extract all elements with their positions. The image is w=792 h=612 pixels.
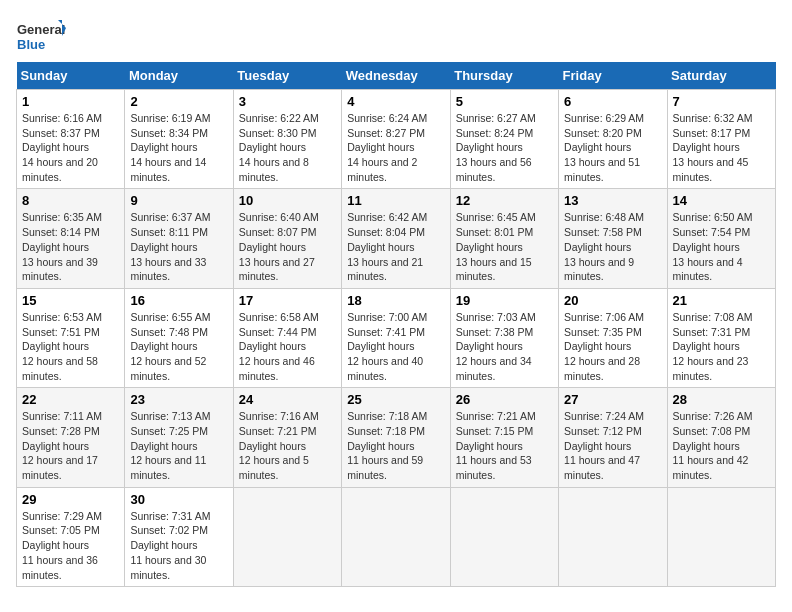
day-info: Sunrise: 6:27 AM Sunset: 8:24 PM Dayligh…: [456, 111, 553, 184]
day-number: 29: [22, 492, 119, 507]
day-number: 17: [239, 293, 336, 308]
weekday-header-monday: Monday: [125, 62, 233, 90]
day-info: Sunrise: 6:24 AM Sunset: 8:27 PM Dayligh…: [347, 111, 444, 184]
weekday-header-sunday: Sunday: [17, 62, 125, 90]
calendar-cell: 9 Sunrise: 6:37 AM Sunset: 8:11 PM Dayli…: [125, 189, 233, 288]
calendar-cell: 23 Sunrise: 7:13 AM Sunset: 7:25 PM Dayl…: [125, 388, 233, 487]
day-info: Sunrise: 6:45 AM Sunset: 8:01 PM Dayligh…: [456, 210, 553, 283]
calendar-cell: 28 Sunrise: 7:26 AM Sunset: 7:08 PM Dayl…: [667, 388, 775, 487]
calendar-cell: 6 Sunrise: 6:29 AM Sunset: 8:20 PM Dayli…: [559, 90, 667, 189]
day-info: Sunrise: 7:21 AM Sunset: 7:15 PM Dayligh…: [456, 409, 553, 482]
day-number: 4: [347, 94, 444, 109]
day-number: 26: [456, 392, 553, 407]
day-number: 25: [347, 392, 444, 407]
calendar-cell: 8 Sunrise: 6:35 AM Sunset: 8:14 PM Dayli…: [17, 189, 125, 288]
calendar-cell: 30 Sunrise: 7:31 AM Sunset: 7:02 PM Dayl…: [125, 487, 233, 586]
day-number: 2: [130, 94, 227, 109]
day-number: 6: [564, 94, 661, 109]
weekday-header-wednesday: Wednesday: [342, 62, 450, 90]
calendar-cell: 16 Sunrise: 6:55 AM Sunset: 7:48 PM Dayl…: [125, 288, 233, 387]
calendar-cell: 15 Sunrise: 6:53 AM Sunset: 7:51 PM Dayl…: [17, 288, 125, 387]
calendar-cell: 2 Sunrise: 6:19 AM Sunset: 8:34 PM Dayli…: [125, 90, 233, 189]
day-info: Sunrise: 7:06 AM Sunset: 7:35 PM Dayligh…: [564, 310, 661, 383]
day-number: 22: [22, 392, 119, 407]
calendar-week-4: 22 Sunrise: 7:11 AM Sunset: 7:28 PM Dayl…: [17, 388, 776, 487]
day-number: 20: [564, 293, 661, 308]
day-number: 3: [239, 94, 336, 109]
day-number: 18: [347, 293, 444, 308]
calendar-cell: 18 Sunrise: 7:00 AM Sunset: 7:41 PM Dayl…: [342, 288, 450, 387]
day-number: 19: [456, 293, 553, 308]
day-number: 12: [456, 193, 553, 208]
calendar-cell: 24 Sunrise: 7:16 AM Sunset: 7:21 PM Dayl…: [233, 388, 341, 487]
calendar-cell: 5 Sunrise: 6:27 AM Sunset: 8:24 PM Dayli…: [450, 90, 558, 189]
day-info: Sunrise: 7:08 AM Sunset: 7:31 PM Dayligh…: [673, 310, 770, 383]
calendar-cell: [342, 487, 450, 586]
day-number: 7: [673, 94, 770, 109]
day-info: Sunrise: 7:29 AM Sunset: 7:05 PM Dayligh…: [22, 509, 119, 582]
day-info: Sunrise: 6:32 AM Sunset: 8:17 PM Dayligh…: [673, 111, 770, 184]
weekday-header-saturday: Saturday: [667, 62, 775, 90]
day-number: 9: [130, 193, 227, 208]
day-number: 11: [347, 193, 444, 208]
calendar-cell: 17 Sunrise: 6:58 AM Sunset: 7:44 PM Dayl…: [233, 288, 341, 387]
calendar-cell: 19 Sunrise: 7:03 AM Sunset: 7:38 PM Dayl…: [450, 288, 558, 387]
day-info: Sunrise: 6:22 AM Sunset: 8:30 PM Dayligh…: [239, 111, 336, 184]
day-info: Sunrise: 7:00 AM Sunset: 7:41 PM Dayligh…: [347, 310, 444, 383]
day-number: 21: [673, 293, 770, 308]
day-info: Sunrise: 6:42 AM Sunset: 8:04 PM Dayligh…: [347, 210, 444, 283]
day-info: Sunrise: 7:16 AM Sunset: 7:21 PM Dayligh…: [239, 409, 336, 482]
day-number: 13: [564, 193, 661, 208]
calendar-table: SundayMondayTuesdayWednesdayThursdayFrid…: [16, 62, 776, 587]
day-number: 23: [130, 392, 227, 407]
day-number: 5: [456, 94, 553, 109]
day-number: 30: [130, 492, 227, 507]
calendar-cell: 11 Sunrise: 6:42 AM Sunset: 8:04 PM Dayl…: [342, 189, 450, 288]
calendar-cell: 22 Sunrise: 7:11 AM Sunset: 7:28 PM Dayl…: [17, 388, 125, 487]
day-info: Sunrise: 6:50 AM Sunset: 7:54 PM Dayligh…: [673, 210, 770, 283]
calendar-cell: 12 Sunrise: 6:45 AM Sunset: 8:01 PM Dayl…: [450, 189, 558, 288]
day-info: Sunrise: 7:13 AM Sunset: 7:25 PM Dayligh…: [130, 409, 227, 482]
calendar-cell: [667, 487, 775, 586]
day-number: 16: [130, 293, 227, 308]
svg-text:Blue: Blue: [17, 37, 45, 52]
day-number: 27: [564, 392, 661, 407]
calendar-cell: 3 Sunrise: 6:22 AM Sunset: 8:30 PM Dayli…: [233, 90, 341, 189]
day-info: Sunrise: 6:37 AM Sunset: 8:11 PM Dayligh…: [130, 210, 227, 283]
day-number: 24: [239, 392, 336, 407]
calendar-cell: 27 Sunrise: 7:24 AM Sunset: 7:12 PM Dayl…: [559, 388, 667, 487]
weekday-header-tuesday: Tuesday: [233, 62, 341, 90]
calendar-cell: [233, 487, 341, 586]
logo-svg: General Blue: [16, 16, 66, 58]
svg-text:General: General: [17, 22, 65, 37]
logo: General Blue: [16, 16, 66, 58]
day-number: 14: [673, 193, 770, 208]
calendar-week-5: 29 Sunrise: 7:29 AM Sunset: 7:05 PM Dayl…: [17, 487, 776, 586]
calendar-week-1: 1 Sunrise: 6:16 AM Sunset: 8:37 PM Dayli…: [17, 90, 776, 189]
calendar-cell: 4 Sunrise: 6:24 AM Sunset: 8:27 PM Dayli…: [342, 90, 450, 189]
day-info: Sunrise: 6:29 AM Sunset: 8:20 PM Dayligh…: [564, 111, 661, 184]
day-info: Sunrise: 6:19 AM Sunset: 8:34 PM Dayligh…: [130, 111, 227, 184]
calendar-cell: 26 Sunrise: 7:21 AM Sunset: 7:15 PM Dayl…: [450, 388, 558, 487]
day-info: Sunrise: 7:03 AM Sunset: 7:38 PM Dayligh…: [456, 310, 553, 383]
calendar-cell: 29 Sunrise: 7:29 AM Sunset: 7:05 PM Dayl…: [17, 487, 125, 586]
weekday-header-thursday: Thursday: [450, 62, 558, 90]
calendar-cell: 7 Sunrise: 6:32 AM Sunset: 8:17 PM Dayli…: [667, 90, 775, 189]
day-info: Sunrise: 6:55 AM Sunset: 7:48 PM Dayligh…: [130, 310, 227, 383]
day-number: 10: [239, 193, 336, 208]
calendar-cell: 13 Sunrise: 6:48 AM Sunset: 7:58 PM Dayl…: [559, 189, 667, 288]
day-number: 8: [22, 193, 119, 208]
calendar-week-3: 15 Sunrise: 6:53 AM Sunset: 7:51 PM Dayl…: [17, 288, 776, 387]
day-number: 15: [22, 293, 119, 308]
day-info: Sunrise: 7:24 AM Sunset: 7:12 PM Dayligh…: [564, 409, 661, 482]
calendar-cell: [559, 487, 667, 586]
weekday-header-friday: Friday: [559, 62, 667, 90]
weekday-header-row: SundayMondayTuesdayWednesdayThursdayFrid…: [17, 62, 776, 90]
calendar-cell: 14 Sunrise: 6:50 AM Sunset: 7:54 PM Dayl…: [667, 189, 775, 288]
calendar-cell: [450, 487, 558, 586]
calendar-week-2: 8 Sunrise: 6:35 AM Sunset: 8:14 PM Dayli…: [17, 189, 776, 288]
day-number: 28: [673, 392, 770, 407]
day-info: Sunrise: 6:48 AM Sunset: 7:58 PM Dayligh…: [564, 210, 661, 283]
day-info: Sunrise: 6:40 AM Sunset: 8:07 PM Dayligh…: [239, 210, 336, 283]
page-header: General Blue: [16, 16, 776, 58]
